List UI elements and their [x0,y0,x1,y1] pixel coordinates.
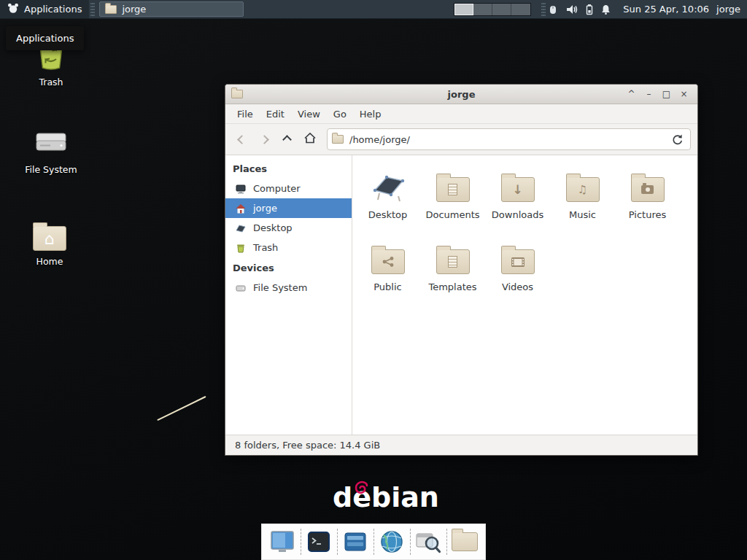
volume-icon[interactable] [565,4,578,15]
workspace-2[interactable] [473,4,492,15]
panel-separator [90,3,95,16]
workspace-1[interactable] [454,4,473,15]
menu-edit[interactable]: Edit [260,106,291,122]
statusbar: 8 folders, Free space: 14.4 GiB [225,435,697,455]
sidebar-item-desktop[interactable]: Desktop [225,218,352,238]
trash-icon [235,242,247,254]
workspace-3[interactable] [492,4,511,15]
folder-icon [452,532,478,551]
file-manager-window: jorge ^ – □ × File Edit View Go Help [225,84,698,456]
panels-icon [343,529,368,554]
public-folder-icon [371,239,405,274]
reload-icon [671,133,684,146]
applications-tooltip-text: Applications [16,33,74,44]
desktop-icon-label: Trash [39,77,63,88]
file-item-public[interactable]: Public [355,235,420,307]
panel-separator [541,3,546,16]
sidebar-item-jorge[interactable]: jorge [225,198,352,218]
sidebar-item-label: jorge [253,203,277,214]
videos-folder-icon [501,239,535,274]
dock-workspaces[interactable] [341,526,370,557]
download-arrow-emblem-icon: ↓ [502,178,534,201]
menu-view[interactable]: View [291,106,327,122]
up-icon [282,135,292,144]
home-icon [303,132,317,147]
minimize-button[interactable]: – [641,87,657,102]
reload-button[interactable] [668,131,686,148]
downloads-folder-icon: ↓ [501,167,535,202]
taskbar-window-button[interactable]: jorge [99,1,244,17]
file-item-downloads[interactable]: ↓ Downloads [485,163,550,235]
debian-logo: debian [333,481,439,513]
back-button[interactable] [232,130,252,149]
file-grid: Desktop Documents ↓ Downloads ♫ [352,155,697,435]
dock-separator [410,529,411,555]
drive-icon [235,282,247,294]
dock-terminal[interactable] [304,526,333,557]
mouse-icon[interactable] [547,4,559,15]
top-panel: Applications jorge [0,0,747,19]
drive-icon [34,122,68,159]
document-emblem-icon [437,178,469,201]
file-item-templates[interactable]: Templates [420,235,485,307]
file-label: Pictures [629,209,666,220]
desktop-icon-label: File System [25,164,77,175]
desktop-icon-home[interactable]: ⌂ Home [15,214,85,267]
applications-tooltip: Applications [6,26,84,50]
dock-separator [301,529,301,555]
sidebar-item-computer[interactable]: Computer [225,179,352,198]
templates-folder-icon [436,239,470,274]
home-button[interactable] [300,130,320,149]
desktop-icon [235,222,247,234]
path-bar[interactable]: /home/jorge/ [327,128,691,150]
window-titlebar[interactable]: jorge ^ – □ × [225,85,697,104]
file-label: Public [374,281,401,292]
panel-clock[interactable]: Sun 25 Apr, 10:06 [623,4,709,15]
sidebar-item-file-system[interactable]: File System [225,278,352,298]
documents-folder-icon [436,167,470,202]
file-label: Downloads [492,209,543,220]
dock-separator [337,529,338,555]
file-item-pictures[interactable]: Pictures [615,163,680,235]
wallpaper-scratch-line [157,396,206,421]
file-item-music[interactable]: ♫ Music [550,163,615,235]
close-button[interactable]: × [676,87,692,102]
sidebar-item-trash[interactable]: Trash [225,238,352,257]
menu-help[interactable]: Help [353,106,388,122]
menu-go[interactable]: Go [327,106,353,122]
path-folder-icon [332,135,344,144]
places-header: Places [225,158,352,179]
file-item-videos[interactable]: Videos [485,235,550,307]
menu-file[interactable]: File [231,106,260,122]
shade-button[interactable]: ^ [624,87,639,102]
desktop-icon-file-system[interactable]: File System [16,122,86,175]
pictures-folder-icon [631,167,665,202]
dock-file-manager[interactable] [450,526,479,557]
file-item-documents[interactable]: Documents [420,163,485,235]
workspace-4[interactable] [511,4,530,15]
file-label: Music [569,209,596,220]
file-item-desktop[interactable]: Desktop [355,163,420,235]
home-emblem-icon: ⌂ [34,227,66,250]
maximize-button[interactable]: □ [659,87,674,102]
applications-menu-label: Applications [24,4,82,15]
up-button[interactable] [277,130,297,149]
forward-button[interactable] [255,130,274,149]
debian-logo-text: debian [333,481,439,513]
applications-menu-button[interactable]: Applications [0,0,89,18]
taskbar-window-icon [105,5,117,14]
file-label: Videos [502,281,533,292]
file-label: Documents [425,209,479,220]
forward-icon [260,135,269,144]
taskbar-window-label: jorge [122,4,146,15]
battery-icon[interactable] [585,4,594,15]
menubar: File Edit View Go Help [225,104,697,124]
notification-bell-icon[interactable] [600,4,611,15]
magnifier-icon [415,529,441,554]
dock-web-browser[interactable] [377,526,406,557]
sidebar-item-label: File System [253,282,307,293]
dock-show-desktop[interactable] [268,526,297,557]
places-sidebar: Places Computer jorge [225,155,352,435]
debian-swirl-icon [352,480,371,499]
dock-app-finder[interactable] [414,526,443,557]
